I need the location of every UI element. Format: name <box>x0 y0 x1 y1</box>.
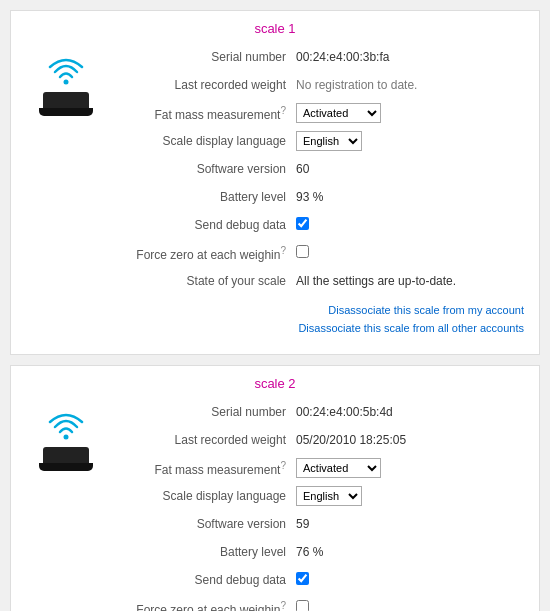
state-value-1: All the settings are up-to-date. <box>296 274 456 288</box>
svg-point-0 <box>64 80 69 85</box>
battery-label-1: Battery level <box>106 190 296 204</box>
serial-number-value-1: 00:24:e4:00:3b:fa <box>296 50 389 64</box>
fat-mass-label-1: Fat mass measurement? <box>106 105 296 122</box>
battery-label-2: Battery level <box>106 545 296 559</box>
software-row-1: Software version 60 <box>106 158 524 180</box>
fat-mass-label-2: Fat mass measurement? <box>106 460 296 477</box>
force-zero-row-1: Force zero at each weighin? <box>106 242 524 264</box>
serial-number-label-2: Serial number <box>106 405 296 419</box>
force-zero-label-1: Force zero at each weighin? <box>106 245 296 262</box>
fat-mass-row-1: Fat mass measurement? Activated Deactiva… <box>106 102 524 124</box>
scale-display-row-1: Scale display language English French Ge… <box>106 130 524 152</box>
scale-1-fields: Serial number 00:24:e4:00:3b:fa Last rec… <box>106 46 524 298</box>
scale-card-1: scale 1 Serial number 00:2 <box>10 10 540 355</box>
scale-1-links: Disassociate this scale from my account … <box>26 298 524 339</box>
scale-icon-1 <box>26 46 106 116</box>
force-zero-checkbox-2[interactable] <box>296 600 309 611</box>
force-zero-checkbox-1[interactable] <box>296 245 309 258</box>
scale-display-select-1[interactable]: English French German <box>296 131 362 151</box>
state-label-1: State of your scale <box>106 274 296 288</box>
state-row-1: State of your scale All the settings are… <box>106 270 524 292</box>
svg-point-1 <box>64 435 69 440</box>
send-debug-checkbox-1[interactable] <box>296 217 309 230</box>
disassociate-all-link-1[interactable]: Disassociate this scale from all other a… <box>26 320 524 338</box>
battery-row-2: Battery level 76 % <box>106 541 524 563</box>
disassociate-mine-link-1[interactable]: Disassociate this scale from my account <box>26 302 524 320</box>
send-debug-row-2: Send debug data <box>106 569 524 591</box>
software-label-1: Software version <box>106 162 296 176</box>
send-debug-row-1: Send debug data <box>106 214 524 236</box>
send-debug-label-2: Send debug data <box>106 573 296 587</box>
battery-value-1: 93 % <box>296 190 323 204</box>
send-debug-checkbox-2[interactable] <box>296 572 309 585</box>
scale-display-label-2: Scale display language <box>106 489 296 503</box>
serial-number-row-1: Serial number 00:24:e4:00:3b:fa <box>106 46 524 68</box>
force-zero-value-2[interactable] <box>296 600 309 611</box>
scale-display-value-2[interactable]: English French German <box>296 486 362 506</box>
software-value-2: 59 <box>296 517 309 531</box>
wifi-signal-icon-2 <box>41 411 91 447</box>
last-recorded-value-2: 05/20/2010 18:25:05 <box>296 433 406 447</box>
last-recorded-label-1: Last recorded weight <box>106 78 296 92</box>
scale-display-row-2: Scale display language English French Ge… <box>106 485 524 507</box>
scale-card-2: scale 2 Serial number 00:24:e4:00:5b: <box>10 365 540 611</box>
send-debug-value-2[interactable] <box>296 572 309 588</box>
send-debug-value-1[interactable] <box>296 217 309 233</box>
battery-row-1: Battery level 93 % <box>106 186 524 208</box>
force-zero-row-2: Force zero at each weighin? <box>106 597 524 611</box>
serial-number-value-2: 00:24:e4:00:5b:4d <box>296 405 393 419</box>
fat-mass-row-2: Fat mass measurement? Activated Deactiva… <box>106 457 524 479</box>
fat-mass-select-1[interactable]: Activated Deactivated <box>296 103 381 123</box>
send-debug-label-1: Send debug data <box>106 218 296 232</box>
last-recorded-label-2: Last recorded weight <box>106 433 296 447</box>
wifi-signal-icon <box>41 56 91 92</box>
last-recorded-row-1: Last recorded weight No registration to … <box>106 74 524 96</box>
last-recorded-value-1: No registration to date. <box>296 78 417 92</box>
serial-number-label-1: Serial number <box>106 50 296 64</box>
fat-mass-value-2[interactable]: Activated Deactivated <box>296 458 381 478</box>
scale-display-value-1[interactable]: English French German <box>296 131 362 151</box>
force-zero-label-2: Force zero at each weighin? <box>106 600 296 611</box>
serial-number-row-2: Serial number 00:24:e4:00:5b:4d <box>106 401 524 423</box>
fat-mass-value-1[interactable]: Activated Deactivated <box>296 103 381 123</box>
scale-2-title: scale 2 <box>26 376 524 391</box>
software-label-2: Software version <box>106 517 296 531</box>
force-zero-value-1[interactable] <box>296 245 309 261</box>
fat-mass-select-2[interactable]: Activated Deactivated <box>296 458 381 478</box>
last-recorded-row-2: Last recorded weight 05/20/2010 18:25:05 <box>106 429 524 451</box>
battery-value-2: 76 % <box>296 545 323 559</box>
scale-display-select-2[interactable]: English French German <box>296 486 362 506</box>
scale-icon-2 <box>26 401 106 471</box>
software-row-2: Software version 59 <box>106 513 524 535</box>
scale-2-fields: Serial number 00:24:e4:00:5b:4d Last rec… <box>106 401 524 611</box>
scale-display-label-1: Scale display language <box>106 134 296 148</box>
scale-1-title: scale 1 <box>26 21 524 36</box>
software-value-1: 60 <box>296 162 309 176</box>
